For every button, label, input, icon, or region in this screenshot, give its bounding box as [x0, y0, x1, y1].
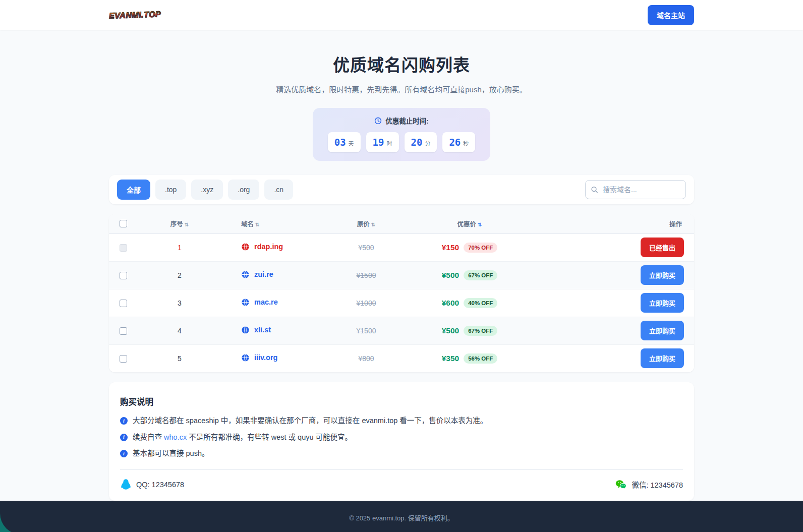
header-index[interactable]: 序号⇅ — [139, 214, 220, 233]
main-site-button[interactable]: 域名主站 — [648, 5, 694, 25]
row-check-cell — [109, 344, 139, 372]
note-text-pre: 基本都可以直接 push。 — [133, 449, 209, 457]
row-sale-price-cell: ¥500 67% OFF — [407, 317, 533, 344]
contacts-row: QQ: 12345678 微信: 12345678 — [120, 479, 683, 491]
search-icon — [591, 186, 598, 194]
row-action-cell: 立即购买 — [533, 317, 694, 344]
tld-filter-chip[interactable]: .top — [155, 180, 186, 200]
note-text-pre: 大部分域名都在 spaceship 中，如果非要确认在那个厂商，可以直接在 ev… — [133, 417, 487, 425]
row-original-price-cell: ¥500 — [326, 233, 407, 261]
row-checkbox[interactable] — [120, 300, 127, 307]
tld-filter-chip[interactable]: .org — [228, 180, 259, 200]
header-domain[interactable]: 域名⇅ — [220, 214, 326, 233]
original-price: ¥500 — [358, 244, 374, 252]
note-link[interactable]: who.cx — [164, 433, 187, 441]
buy-button[interactable]: 立即购买 — [641, 348, 684, 368]
sold-out-button[interactable]: 已经售出 — [641, 238, 684, 257]
row-original-price-cell: ¥800 — [326, 344, 407, 372]
domain-table-body: 1 rdap.ing ¥500 ¥150 70% OFF 已经售出 — [109, 233, 694, 372]
row-index-cell: 2 — [139, 261, 220, 289]
table-row: 1 rdap.ing ¥500 ¥150 70% OFF 已经售出 — [109, 233, 694, 261]
row-index-cell: 3 — [139, 289, 220, 317]
row-domain-cell: zui.re — [220, 261, 326, 289]
sale-price: ¥500 — [442, 271, 459, 280]
header-original-price[interactable]: 原价⇅ — [326, 214, 407, 233]
row-checkbox[interactable] — [120, 272, 127, 279]
buy-button[interactable]: 立即购买 — [641, 321, 684, 340]
countdown-value: 26 — [449, 137, 461, 148]
top-bar: EVANMI.TOP 域名主站 — [0, 0, 803, 30]
countdown-unit-box: 20 分 — [405, 132, 437, 152]
row-check-cell — [109, 317, 139, 344]
row-checkbox[interactable] — [120, 355, 127, 363]
domain-link[interactable]: xli.st — [241, 326, 271, 334]
row-check-cell — [109, 289, 139, 317]
note-text: 基本都可以直接 push。 — [133, 449, 209, 459]
note-text: 大部分域名都在 spaceship 中，如果非要确认在那个厂商，可以直接在 ev… — [133, 416, 487, 426]
row-index-cell: 1 — [139, 233, 220, 261]
site-logo[interactable]: EVANMI.TOP — [109, 10, 161, 21]
row-checkbox[interactable] — [120, 327, 127, 335]
row-domain-cell: mac.re — [220, 289, 326, 317]
buy-button[interactable]: 立即购买 — [641, 293, 684, 313]
sort-icon: ⇅ — [185, 222, 189, 227]
header-sale-price[interactable]: 优惠价⇅ — [407, 214, 533, 233]
copyright-text: © 2025 evanmi.top. 保留所有权利。 — [349, 513, 454, 522]
row-index-cell: 5 — [139, 344, 220, 372]
tld-filter-chip[interactable]: 全部 — [117, 180, 150, 200]
table-row: 4 xli.st ¥1500 ¥500 67% OFF 立即购买 — [109, 317, 694, 344]
row-action-cell: 已经售出 — [533, 233, 694, 261]
notes-title: 购买说明 — [120, 395, 683, 407]
domain-name: rdap.ing — [254, 243, 283, 251]
domain-link[interactable]: mac.re — [241, 298, 278, 307]
header-action-label: 操作 — [669, 221, 682, 228]
qq-number: QQ: 12345678 — [136, 481, 184, 489]
note-item: i 续费自查 who.cx 不是所有都准确，有些转 west 或 quyu 可能… — [120, 433, 683, 443]
globe-icon — [241, 353, 250, 362]
row-sale-price-cell: ¥500 67% OFF — [407, 261, 533, 289]
row-original-price-cell: ¥1000 — [326, 289, 407, 317]
note-item: i 基本都可以直接 push。 — [120, 449, 683, 459]
row-domain-cell: rdap.ing — [220, 233, 326, 261]
domain-link[interactable]: iiiv.org — [241, 353, 277, 362]
row-checkbox — [120, 244, 127, 252]
sale-price: ¥150 — [442, 243, 459, 252]
row-original-price-cell: ¥1500 — [326, 261, 407, 289]
domain-link[interactable]: zui.re — [241, 270, 273, 279]
row-original-price-cell: ¥1500 — [326, 317, 407, 344]
domain-link[interactable]: rdap.ing — [241, 243, 283, 251]
countdown-card: 优惠截止时间: 03 天 19 时 20 分 26 秒 — [313, 108, 490, 161]
qq-icon — [120, 479, 132, 490]
globe-icon — [241, 326, 250, 334]
domain-name: mac.re — [254, 298, 278, 306]
main-content: 优质域名闪购列表 精选优质域名，限时特惠，先到先得。所有域名均可直接push，放… — [0, 30, 803, 501]
sale-price: ¥500 — [442, 326, 459, 335]
header-domain-label: 域名 — [241, 221, 254, 228]
row-index: 2 — [178, 271, 182, 279]
footer-wrap: © 2025 evanmi.top. 保留所有权利。 — [0, 501, 803, 532]
search-input[interactable] — [585, 180, 686, 199]
hero-section: 优质域名闪购列表 精选优质域名，限时特惠，先到先得。所有域名均可直接push，放… — [0, 30, 803, 94]
tld-filter-chip[interactable]: .xyz — [191, 180, 223, 200]
tld-filter-chip[interactable]: .cn — [264, 180, 293, 200]
sort-icon: ⇅ — [371, 222, 375, 227]
domain-name: zui.re — [254, 270, 273, 278]
table-row: 5 iiiv.org ¥800 ¥350 56% OFF 立即购买 — [109, 344, 694, 372]
countdown-value: 19 — [373, 137, 384, 148]
note-text-pre: 续费自查 — [133, 433, 164, 441]
table-header-row: 序号⇅ 域名⇅ 原价⇅ 优惠价⇅ 操作 — [109, 214, 694, 233]
row-domain-cell: xli.st — [220, 317, 326, 344]
info-icon: i — [120, 417, 128, 425]
discount-badge: 67% OFF — [464, 270, 497, 280]
select-all-checkbox[interactable] — [120, 220, 127, 227]
note-text-post: 不是所有都准确，有些转 west 或 quyu 可能便宜。 — [187, 433, 352, 441]
row-index: 5 — [178, 354, 182, 363]
domain-table: 序号⇅ 域名⇅ 原价⇅ 优惠价⇅ 操作 — [109, 214, 694, 372]
buy-button[interactable]: 立即购买 — [641, 265, 684, 285]
row-check-cell — [109, 233, 139, 261]
wechat-number: 微信: 12345678 — [632, 479, 683, 490]
discount-badge: 67% OFF — [464, 326, 497, 336]
note-item: i 大部分域名都在 spaceship 中，如果非要确认在那个厂商，可以直接在 … — [120, 416, 683, 426]
row-index: 1 — [178, 244, 182, 252]
discount-badge: 40% OFF — [464, 298, 497, 308]
